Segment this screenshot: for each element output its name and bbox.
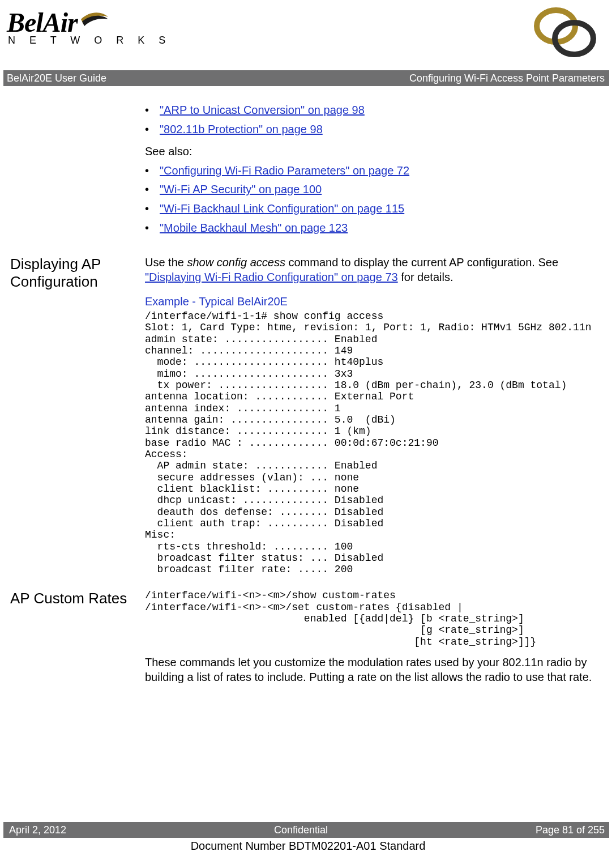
xref-link[interactable]: "Wi-Fi Backhaul Link Configuration" on p… xyxy=(160,202,404,216)
list-item: • "Configuring Wi-Fi Radio Parameters" o… xyxy=(145,164,593,178)
top-link-list: • "ARP to Unicast Conversion" on page 98… xyxy=(145,103,593,137)
xref-link[interactable]: "802.11b Protection" on page 98 xyxy=(160,122,323,137)
bullet-icon: • xyxy=(145,221,160,236)
xref-link[interactable]: "Configuring Wi-Fi Radio Parameters" on … xyxy=(160,164,409,178)
logo-word-belair: BelAir xyxy=(7,7,78,37)
logo-word-networks: N E T W O R K S xyxy=(7,35,171,46)
bullet-icon: • xyxy=(145,164,160,178)
bullet-icon: • xyxy=(145,202,160,216)
footer-date: April 2, 2012 xyxy=(9,824,66,836)
breadcrumb: BelAir20E User Guide Configuring Wi-Fi A… xyxy=(3,70,609,86)
logo: BelAir N E T W O R K S xyxy=(7,7,171,46)
list-item: • "Mobile Backhaul Mesh" on page 123 xyxy=(145,221,593,236)
custom-rates-paragraph: These commands let you customize the mod… xyxy=(145,655,593,684)
swoosh-icon xyxy=(80,9,109,31)
bullet-icon: • xyxy=(145,122,160,137)
xref-link[interactable]: "Wi-Fi AP Security" on page 100 xyxy=(160,182,322,197)
xref-link[interactable]: "Mobile Backhaul Mesh" on page 123 xyxy=(160,221,348,236)
breadcrumb-left: BelAir20E User Guide xyxy=(7,73,106,84)
see-also-list: • "Configuring Wi-Fi Radio Parameters" o… xyxy=(145,164,593,235)
list-item: • "Wi-Fi AP Security" on page 100 xyxy=(145,182,593,197)
xref-link[interactable]: "ARP to Unicast Conversion" on page 98 xyxy=(160,103,365,118)
xref-link[interactable]: "Displaying Wi-Fi Radio Configuration" o… xyxy=(145,271,398,283)
page-header: BelAir N E T W O R K S xyxy=(10,8,593,70)
section-heading-displaying-ap: Displaying AP Configuration xyxy=(10,255,145,575)
footer-page: Page 81 of 255 xyxy=(536,824,605,836)
section1-paragraph: Use the show config access command to di… xyxy=(145,255,593,284)
footer-bar: April 2, 2012 Confidential Page 81 of 25… xyxy=(3,822,609,838)
bullet-icon: • xyxy=(145,182,160,197)
document-number: Document Number BDTM02201-A01 Standard xyxy=(0,840,616,853)
see-also-label: See also: xyxy=(145,144,593,159)
breadcrumb-right: Configuring Wi-Fi Access Point Parameter… xyxy=(409,73,605,84)
list-item: • "802.11b Protection" on page 98 xyxy=(145,122,593,137)
example-output: /interface/wifi-1-1# show config access … xyxy=(145,310,593,576)
bullet-icon: • xyxy=(145,103,160,118)
list-item: • "ARP to Unicast Conversion" on page 98 xyxy=(145,103,593,118)
section-heading-ap-custom-rates: AP Custom Rates xyxy=(10,590,145,692)
list-item: • "Wi-Fi Backhaul Link Configuration" on… xyxy=(145,202,593,216)
custom-rates-syntax: /interface/wifi-<n>-<m>/show custom-rate… xyxy=(145,590,593,648)
cmd-name: show config access xyxy=(187,256,285,269)
footer-confidential: Confidential xyxy=(274,824,328,836)
rings-icon xyxy=(531,6,599,62)
example-heading: Example - Typical BelAir20E xyxy=(145,295,593,309)
